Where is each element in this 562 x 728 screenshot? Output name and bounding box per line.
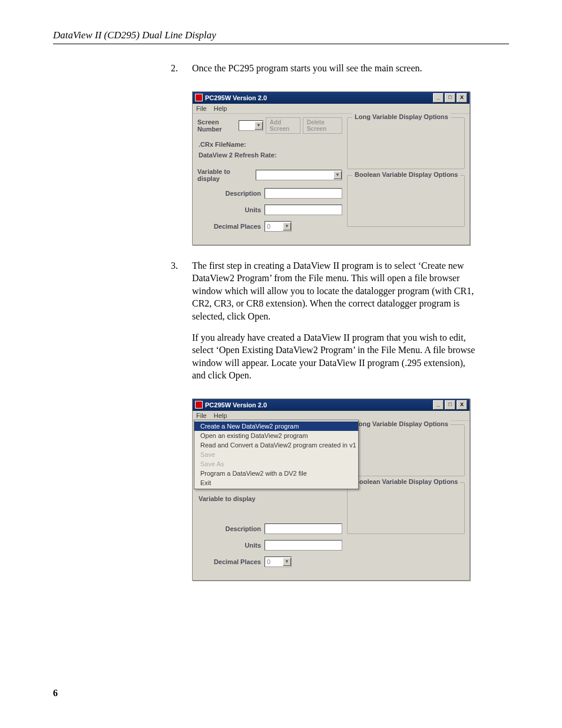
page-number: 6 bbox=[53, 688, 58, 699]
header-rule bbox=[53, 44, 509, 44]
menu-help[interactable]: Help bbox=[214, 105, 227, 112]
long-variable-group: Long Variable Display Options bbox=[347, 424, 465, 476]
variable-to-display-combo[interactable]: ▼ bbox=[256, 170, 342, 180]
long-variable-group: Long Variable Display Options bbox=[347, 117, 465, 169]
step-2: 2. Once the PC295 program starts you wil… bbox=[171, 62, 477, 83]
decimal-places-combo[interactable]: 0 ▼ bbox=[265, 556, 292, 567]
add-screen-button[interactable]: Add Screen bbox=[266, 117, 300, 134]
minimize-button[interactable]: _ bbox=[433, 93, 444, 103]
units-input[interactable] bbox=[265, 540, 342, 551]
boolean-variable-group-title: Boolean Variable Display Options bbox=[352, 171, 460, 178]
window-title: PC295W Version 2.0 bbox=[205, 401, 267, 409]
boolean-variable-group: Boolean Variable Display Options bbox=[347, 482, 465, 534]
menubar: File Help Create a New DataView2 program… bbox=[193, 411, 470, 421]
description-label: Description bbox=[197, 190, 261, 197]
decimal-places-value: 0 bbox=[265, 558, 283, 565]
screenshot-1: PC295W Version 2.0 _ □ X File Help Scree… bbox=[192, 91, 470, 245]
close-button[interactable]: X bbox=[457, 93, 467, 103]
units-input[interactable] bbox=[265, 205, 342, 215]
app-icon bbox=[195, 401, 203, 409]
description-input[interactable] bbox=[265, 523, 342, 534]
menu-read-convert[interactable]: Read and Convert a DataView2 program cre… bbox=[194, 440, 358, 450]
minimize-button[interactable]: _ bbox=[433, 400, 444, 410]
decimal-places-label: Decimal Places bbox=[197, 223, 261, 230]
boolean-variable-group-title: Boolean Variable Display Options bbox=[352, 478, 460, 485]
menubar: File Help bbox=[193, 104, 470, 114]
decimal-places-combo[interactable]: 0 ▼ bbox=[265, 221, 292, 232]
chevron-down-icon: ▼ bbox=[283, 222, 291, 230]
screen-number-label: Screen Number bbox=[197, 118, 236, 133]
menu-save[interactable]: Save bbox=[194, 450, 358, 459]
window-title: PC295W Version 2.0 bbox=[205, 94, 267, 101]
menu-file[interactable]: File bbox=[196, 105, 207, 112]
menu-save-as[interactable]: Save As bbox=[194, 459, 358, 469]
description-input[interactable] bbox=[265, 188, 342, 199]
step-3-paragraph-1: The first step in creating a DataView II… bbox=[192, 259, 477, 323]
step-2-number: 2. bbox=[171, 62, 181, 83]
menu-program-dv2[interactable]: Program a DataView2 with a DV2 file bbox=[194, 469, 358, 478]
decimal-places-label: Decimal Places bbox=[197, 558, 261, 565]
chevron-down-icon: ▼ bbox=[283, 558, 291, 566]
description-label: Description bbox=[197, 525, 261, 532]
step-3-number: 3. bbox=[171, 259, 181, 390]
refresh-rate-label: DataView 2 Refresh Rate: bbox=[199, 151, 342, 159]
menu-create-new[interactable]: Create a New DataView2 program bbox=[194, 421, 358, 431]
decimal-places-value: 0 bbox=[265, 223, 283, 230]
boolean-variable-group: Boolean Variable Display Options bbox=[347, 175, 465, 227]
app-icon bbox=[195, 94, 203, 101]
long-variable-group-title: Long Variable Display Options bbox=[352, 113, 451, 120]
step-2-text: Once the PC295 program starts you will s… bbox=[192, 62, 422, 75]
step-3-paragraph-2: If you already have created a DataView I… bbox=[192, 331, 477, 382]
units-label: Units bbox=[197, 542, 261, 549]
variable-to-display-label: Variable to display bbox=[197, 168, 252, 182]
crx-filename-label: .CRx FileName: bbox=[199, 141, 342, 148]
menu-exit[interactable]: Exit bbox=[194, 478, 358, 487]
chevron-down-icon: ▼ bbox=[333, 171, 342, 179]
step-3: 3. The first step in creating a DataView… bbox=[171, 259, 477, 390]
units-label: Units bbox=[197, 206, 261, 213]
file-menu-dropdown: Create a New DataView2 program Open an e… bbox=[194, 420, 359, 489]
variable-to-display-label: Variable to display bbox=[199, 495, 342, 502]
close-button[interactable]: X bbox=[457, 400, 467, 410]
maximize-button[interactable]: □ bbox=[445, 400, 455, 410]
running-header: DataView II (CD295) Dual Line Display bbox=[53, 29, 509, 41]
chevron-down-icon: ▼ bbox=[254, 121, 263, 130]
screen-number-combo[interactable]: ▼ bbox=[239, 120, 263, 131]
titlebar: PC295W Version 2.0 _ □ X bbox=[193, 92, 470, 104]
titlebar: PC295W Version 2.0 _ □ X bbox=[193, 399, 470, 411]
menu-help[interactable]: Help bbox=[214, 412, 227, 419]
menu-file[interactable]: File bbox=[196, 412, 207, 419]
delete-screen-button[interactable]: Delete Screen bbox=[303, 117, 342, 134]
screenshot-2: PC295W Version 2.0 _ □ X File Help Creat… bbox=[192, 398, 470, 581]
menu-open-existing[interactable]: Open an existing DataView2 program bbox=[194, 431, 358, 440]
long-variable-group-title: Long Variable Display Options bbox=[352, 420, 451, 427]
maximize-button[interactable]: □ bbox=[445, 93, 455, 103]
